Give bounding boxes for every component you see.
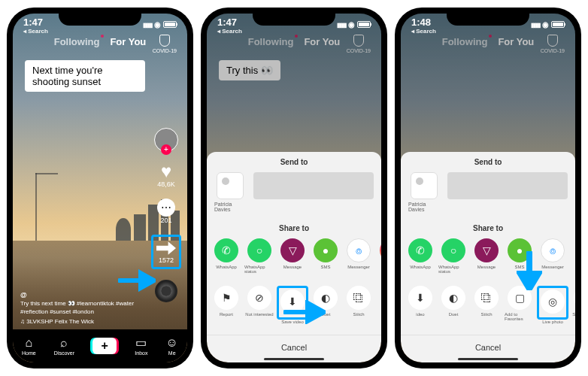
- share-icon: [156, 240, 176, 256]
- comment-count: 201: [160, 217, 171, 224]
- send-contact[interactable]: Patricia Davies: [214, 172, 246, 212]
- home-indicator[interactable]: [458, 358, 518, 360]
- share-sms[interactable]: ●SMS: [311, 238, 341, 274]
- sendto-title: Send to: [207, 158, 381, 166]
- action-icon: ⿻: [474, 286, 499, 310]
- comment-icon: [157, 199, 175, 217]
- share-whatsapp-status[interactable]: ○WhatsApp status: [438, 238, 468, 274]
- share-messenger[interactable]: ⌾Messenger: [344, 238, 374, 274]
- tab-discover[interactable]: ⌕Discover: [54, 337, 74, 356]
- action-icon: ⬇: [408, 286, 432, 310]
- sendto-row[interactable]: Patricia Davies: [207, 172, 381, 212]
- share-button[interactable]: 1572: [151, 235, 181, 269]
- follow-plus-icon[interactable]: +: [161, 144, 171, 155]
- action-label: Duet: [449, 312, 459, 317]
- phone-frame-3: 1:48 ◂ Search Following For You COVID-19: [395, 8, 581, 368]
- back-to-search[interactable]: ◂ Search: [217, 28, 242, 35]
- share-label: WhatsApp: [410, 265, 431, 269]
- action-icon: ⚑: [214, 286, 238, 310]
- action-share-as-gif[interactable]: GIFShare as GIF: [571, 286, 575, 324]
- tab-me[interactable]: ☺Me: [166, 337, 178, 356]
- phone-frame-1: 1:47 ◂ Search Following For You COVID-19…: [7, 8, 193, 368]
- share-messenger[interactable]: ⌾Messenger: [538, 238, 568, 274]
- share-label: WhatsApp status: [438, 265, 468, 274]
- wifi-icon: [154, 19, 161, 29]
- battery-icon: [357, 21, 371, 28]
- tab-following[interactable]: Following: [54, 36, 100, 47]
- back-to-search[interactable]: ◂ Search: [411, 28, 436, 35]
- covid-button[interactable]: COVID-19: [153, 35, 177, 53]
- share-label: WhatsApp status: [244, 265, 274, 274]
- action-ideo[interactable]: ⬇ideo: [405, 286, 435, 324]
- shareto-row[interactable]: ✆WhatsApp○WhatsApp status▽Message●SMS⌾Me…: [207, 238, 381, 274]
- share-inst[interactable]: Inst: [377, 238, 381, 274]
- action-stitch[interactable]: ⿻Stitch: [471, 286, 502, 324]
- notch: [447, 8, 529, 26]
- battery-icon: [163, 21, 177, 28]
- cancel-button[interactable]: Cancel: [207, 335, 381, 356]
- share-message[interactable]: ▽Message: [277, 238, 308, 274]
- right-rail: + ♥ 48,6K 201 1572: [151, 128, 181, 302]
- action-not-interested[interactable]: ⊘Not interested: [244, 286, 274, 324]
- tab-home[interactable]: ⌂Home: [22, 337, 36, 356]
- home-indicator[interactable]: [264, 358, 324, 360]
- share-app-icon: ○: [441, 238, 465, 262]
- share-label: Message: [283, 265, 302, 269]
- sendto-placeholder: [447, 172, 568, 199]
- shield-icon: [159, 35, 170, 47]
- share-whatsapp[interactable]: ✆WhatsApp: [405, 238, 435, 274]
- share-app-icon: ○: [247, 238, 271, 262]
- share-app-icon: [380, 238, 381, 262]
- tabbar: ⌂Home ⌕Discover + ▭Inbox ☺Me: [13, 329, 187, 362]
- caption-bubble: Next time you're shooting sunset: [25, 60, 145, 92]
- status-time: 1:48: [411, 17, 436, 28]
- home-icon: ⌂: [26, 337, 33, 349]
- share-whatsapp[interactable]: ✆WhatsApp: [211, 238, 241, 274]
- shareto-title: Share to: [207, 224, 381, 232]
- sound-disc[interactable]: [155, 280, 177, 302]
- inbox-icon: ▭: [135, 337, 147, 349]
- tab-create[interactable]: +: [92, 338, 117, 354]
- tab-foryou[interactable]: For You: [110, 36, 146, 47]
- wifi-icon: [348, 19, 355, 29]
- send-contact[interactable]: Patricia Davies: [408, 172, 440, 212]
- action-label: Report: [220, 312, 233, 317]
- tab-inbox[interactable]: ▭Inbox: [135, 337, 147, 356]
- shareto-row[interactable]: ✆WhatsApp○WhatsApp status▽Message●SMS⌾Me…: [401, 238, 575, 274]
- notch: [253, 8, 335, 26]
- like-count: 48,6K: [157, 180, 175, 188]
- crane: [35, 173, 37, 241]
- battery-icon: [551, 21, 565, 28]
- annotation-arrow-3: [517, 251, 542, 293]
- action-live-photo[interactable]: ◎Live photo: [538, 286, 568, 324]
- share-message[interactable]: ▽Message: [471, 238, 502, 274]
- action-duet[interactable]: ◐Duet: [438, 286, 468, 324]
- share-count: 1572: [159, 256, 174, 264]
- action-report[interactable]: ⚑Report: [211, 286, 241, 324]
- action-stitch[interactable]: ⿻Stitch: [344, 286, 374, 324]
- share-app-icon: ▽: [474, 238, 499, 262]
- profile-icon: ☺: [166, 337, 178, 349]
- annotation-arrow-2: [283, 300, 326, 327]
- share-label: Message: [477, 265, 496, 269]
- cancel-button[interactable]: Cancel: [401, 335, 575, 356]
- comment-button[interactable]: 201: [157, 199, 175, 224]
- share-whatsapp-status[interactable]: ○WhatsApp status: [244, 238, 274, 274]
- music-track[interactable]: 3LVKSHP Felix The Wick: [20, 318, 142, 325]
- wifi-icon: [542, 19, 549, 29]
- contact-name: Patricia Davies: [408, 202, 440, 212]
- action-row[interactable]: ⬇ideo◐Duet⿻Stitch▢Add to Favorites◎Live …: [401, 286, 575, 324]
- action-label: Add to Favorites: [505, 312, 535, 321]
- action-label: Stitch: [480, 312, 492, 317]
- screen: 1:48 ◂ Search Following For You COVID-19: [401, 14, 575, 362]
- back-to-search[interactable]: ◂ Search: [23, 28, 48, 35]
- share-sheet: Send to Patricia Davies Share to ✆WhatsA…: [401, 152, 575, 362]
- sendto-row[interactable]: Patricia Davies: [401, 172, 575, 212]
- author-avatar[interactable]: +: [154, 128, 178, 152]
- like-button[interactable]: ♥ 48,6K: [157, 162, 175, 188]
- action-icon: ◐: [441, 286, 465, 310]
- contact-avatar-icon: [411, 172, 438, 199]
- action-icon: ⊘: [247, 286, 271, 310]
- action-label: Share as GIF: [572, 312, 575, 317]
- annotation-arrow-1: [118, 269, 156, 295]
